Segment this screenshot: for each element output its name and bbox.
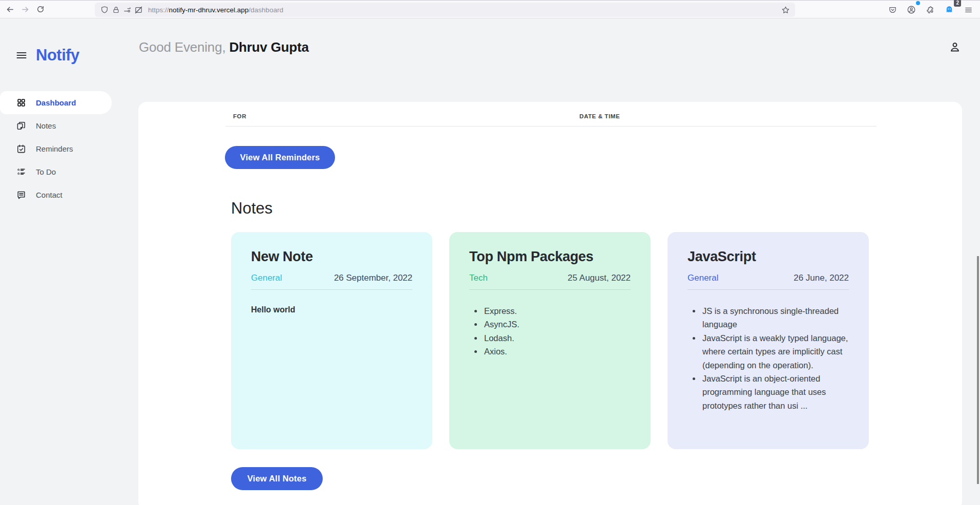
column-datetime: DATE & TIME (579, 113, 620, 119)
notify-app: Notify Dashboard Notes (0, 19, 980, 505)
note-bullet: AsyncJS. (483, 318, 631, 331)
note-bullet-list: Express. AsyncJS. Lodash. Axios. (469, 304, 631, 359)
sidebar-item-label: Contact (36, 191, 62, 199)
extensions-puzzle-icon[interactable] (923, 2, 938, 17)
scrollbar-thumb[interactable] (977, 256, 979, 484)
reload-button[interactable] (33, 2, 48, 17)
view-all-notes-button[interactable]: View All Notes (231, 467, 323, 490)
sidebar-item-label: To Do (36, 167, 56, 176)
sidebar-item-contact[interactable]: Contact (0, 183, 112, 206)
notes-cards-row: New Note General 26 September, 2022 Hell… (231, 232, 869, 449)
user-name: Dhruv Gupta (229, 39, 308, 55)
browser-window: https://notify-mr-dhruv.vercel.app/dashb… (0, 0, 980, 505)
sidebar-item-label: Dashboard (36, 98, 76, 107)
note-bullet: Express. (483, 304, 631, 318)
note-meta: Tech 25 August, 2022 (469, 273, 631, 290)
app-logo[interactable]: Notify (36, 46, 79, 65)
note-bullet: Axios. (483, 345, 631, 358)
url-scheme: https:// (148, 6, 169, 14)
note-title: JavaScript (687, 249, 849, 265)
account-icon[interactable] (904, 2, 919, 17)
toolbar-right-icons: 2 (885, 2, 976, 17)
greeting-text: Good Evening, Dhruv Gupta (139, 39, 309, 55)
sidebar-nav: Dashboard Notes Reminders (0, 91, 112, 206)
notes-copy-icon (16, 121, 26, 131)
sidebar-item-reminders[interactable]: Reminders (0, 137, 112, 160)
view-all-reminders-button[interactable]: View All Reminders (225, 146, 335, 169)
notes-heading: Notes (231, 199, 273, 218)
message-icon (16, 190, 26, 200)
url-domain: notify-mr-dhruv.vercel.app (169, 6, 249, 14)
sidebar: Notify Dashboard Notes (0, 19, 112, 505)
bookmark-star-icon[interactable] (780, 4, 791, 15)
dashboard-content: FOR DATE & TIME View All Reminders Notes… (138, 102, 962, 505)
tracking-shield-icon[interactable] (99, 4, 110, 15)
account-notification-dot (916, 1, 920, 5)
column-for: FOR (233, 113, 246, 119)
extension-badge: 2 (954, 0, 961, 7)
note-bullet: JavaScript is a weakly typed language, w… (701, 331, 849, 372)
address-bar[interactable]: https://notify-mr-dhruv.vercel.app/dashb… (95, 3, 795, 17)
pocket-icon[interactable] (885, 2, 900, 17)
sidebar-item-notes[interactable]: Notes (0, 114, 112, 137)
url-path: /dashboard (248, 6, 283, 14)
note-date: 26 September, 2022 (334, 273, 412, 283)
forward-button[interactable] (17, 2, 33, 17)
calendar-check-icon (16, 144, 26, 154)
app-header: Good Evening, Dhruv Gupta (112, 19, 980, 67)
sidebar-item-label: Notes (36, 121, 56, 130)
back-button[interactable] (2, 2, 17, 17)
note-card[interactable]: Top Npm Packages Tech 25 August, 2022 Ex… (449, 232, 651, 449)
logo-row: Notify (15, 46, 79, 65)
note-date: 26 June, 2022 (794, 273, 849, 283)
note-bullet-list: JS is a synchronous single-threaded lang… (687, 304, 849, 412)
note-meta: General 26 September, 2022 (251, 273, 412, 290)
note-tag: Tech (469, 273, 488, 283)
sidebar-toggle-icon[interactable] (15, 49, 28, 61)
sidebar-item-todo[interactable]: To Do (0, 160, 112, 183)
blocked-content-icon[interactable] (133, 4, 144, 15)
permissions-icon[interactable] (121, 4, 133, 15)
note-card[interactable]: New Note General 26 September, 2022 Hell… (231, 232, 432, 449)
ghostery-extension-icon[interactable]: 2 (942, 2, 957, 17)
lock-icon[interactable] (110, 4, 121, 15)
greeting-prefix: Good Evening, (139, 39, 229, 55)
note-bullet: JS is a synchronous single-threaded lang… (701, 304, 849, 331)
note-date: 25 August, 2022 (568, 273, 631, 283)
note-card[interactable]: JavaScript General 26 June, 2022 JS is a… (668, 232, 869, 449)
dashboard-grid-icon (16, 98, 26, 108)
note-title: Top Npm Packages (469, 249, 631, 265)
checklist-icon (16, 167, 26, 177)
note-title: New Note (251, 249, 412, 265)
browser-toolbar: https://notify-mr-dhruv.vercel.app/dashb… (0, 0, 980, 18)
table-divider (225, 126, 877, 127)
note-meta: General 26 June, 2022 (687, 273, 849, 290)
sidebar-item-label: Reminders (36, 144, 73, 153)
note-bullet: Lodash. (483, 331, 631, 345)
menu-hamburger-icon[interactable] (961, 2, 976, 17)
note-bullet: JavaScript is an object-oriented program… (701, 372, 849, 412)
profile-icon[interactable] (948, 40, 962, 56)
note-tag: General (251, 273, 282, 283)
note-tag: General (687, 273, 718, 283)
url-text[interactable]: https://notify-mr-dhruv.vercel.app/dashb… (148, 6, 780, 14)
sidebar-item-dashboard[interactable]: Dashboard (0, 91, 112, 114)
note-body: Hello world (251, 305, 412, 314)
